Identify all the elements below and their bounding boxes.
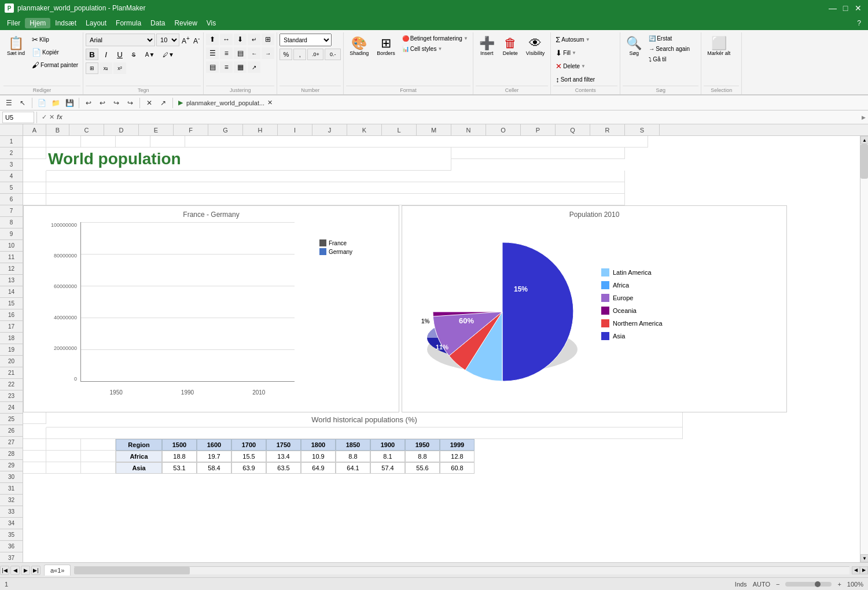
scrollbar-vertical[interactable]: ▲ ▼ (860, 136, 868, 562)
cell-asia-label[interactable]: Asia (116, 462, 162, 474)
row-header-6[interactable]: 6 (0, 194, 23, 205)
hscroll-thumb[interactable] (74, 567, 190, 574)
justify-center-btn[interactable]: ≡ (220, 61, 233, 73)
shading-button[interactable]: 🎨Shading (346, 34, 372, 59)
cell-asia-1999[interactable]: 60.8 (440, 462, 475, 474)
tab-nav-last[interactable]: ▶| (31, 566, 41, 575)
cell-a33[interactable] (23, 412, 46, 424)
hscroll-right-btn[interactable]: ▶ (860, 566, 868, 574)
align-bottom-btn[interactable]: ⬇ (234, 34, 247, 45)
cell-row3[interactable] (46, 171, 625, 182)
row-header-5[interactable]: 5 (0, 182, 23, 194)
cell-asia-1750[interactable]: 63.5 (266, 462, 301, 474)
formula-fx-icon[interactable]: fx (57, 113, 62, 121)
row-header-35[interactable]: 35 (0, 529, 23, 541)
formula-cross-icon[interactable]: ✕ (49, 113, 54, 121)
col-header-o[interactable]: O (486, 124, 521, 135)
tb-redo2-btn[interactable]: ↪ (124, 97, 137, 109)
decrease-font-btn[interactable]: A- (192, 35, 201, 45)
col-header-k[interactable]: K (347, 124, 382, 135)
cell-1500-header[interactable]: 1500 (162, 439, 197, 451)
indent-inc-btn[interactable]: → (262, 47, 274, 59)
cell-b35[interactable] (46, 439, 81, 451)
col-header-n[interactable]: N (451, 124, 486, 135)
col-header-r[interactable]: R (590, 124, 625, 135)
cell-1950-header[interactable]: 1950 (405, 439, 440, 451)
format-painter-button[interactable]: 🖌Format painter (30, 59, 80, 71)
menu-review[interactable]: Review (170, 18, 201, 28)
col-header-a[interactable]: A (23, 124, 46, 135)
formula-check-icon[interactable]: ✓ (42, 113, 47, 121)
cell-c35[interactable] (81, 439, 116, 451)
cell-styles-button[interactable]: 📊Cell styles▼ (400, 44, 470, 54)
row-header-21[interactable]: 21 (0, 367, 23, 379)
col-header-l[interactable]: L (382, 124, 417, 135)
menu-indsaet[interactable]: Indsæt (50, 18, 81, 28)
cell-asia-1500[interactable]: 53.1 (162, 462, 197, 474)
tab-nav-prev[interactable]: ◀ (10, 566, 20, 575)
scroll-track[interactable] (860, 144, 868, 554)
cell-1750-header[interactable]: 1750 (266, 439, 301, 451)
scroll-thumb[interactable] (860, 144, 868, 179)
percent-btn[interactable]: % (279, 49, 292, 60)
betinget-button[interactable]: 🔴Betinget formatering▼ (400, 34, 470, 43)
row-header-17[interactable]: 17 (0, 321, 23, 333)
cut-button[interactable]: ✂Klip (30, 34, 80, 46)
cell-a36[interactable] (23, 451, 46, 462)
row-header-33[interactable]: 33 (0, 506, 23, 518)
row-header-24[interactable]: 24 (0, 402, 23, 414)
col-header-d[interactable]: D (104, 124, 139, 135)
text-orientation-btn[interactable]: ↗ (248, 61, 260, 73)
formula-input[interactable] (65, 114, 862, 121)
tab-nav-first[interactable]: |◀ (0, 566, 9, 575)
cell-a2[interactable] (23, 148, 46, 159)
row-header-37[interactable]: 37 (0, 552, 23, 562)
visibility-button[interactable]: 👁Visibility (523, 34, 548, 59)
row-header-27[interactable]: 27 (0, 437, 23, 448)
search-again-button[interactable]: →Search again (646, 44, 692, 54)
align-left-btn[interactable]: ☰ (206, 47, 219, 59)
col-header-p[interactable]: P (521, 124, 556, 135)
cell-a5[interactable] (23, 194, 46, 205)
col-header-e[interactable]: E (139, 124, 174, 135)
cell-asia-1700[interactable]: 63.9 (231, 462, 266, 474)
cell-africa-1600[interactable]: 19.7 (197, 451, 231, 462)
col-header-m[interactable]: M (417, 124, 451, 135)
row-header-12[interactable]: 12 (0, 263, 23, 275)
align-right-btn[interactable]: ▤ (234, 47, 247, 59)
row-header-36[interactable]: 36 (0, 541, 23, 552)
cell-africa-1700[interactable]: 15.5 (231, 451, 266, 462)
cell-asia-1600[interactable]: 58.4 (197, 462, 231, 474)
menu-formula[interactable]: Formula (111, 18, 146, 28)
fill-button[interactable]: ⬇Fill▼ (553, 47, 579, 59)
col-header-q[interactable]: Q (556, 124, 590, 135)
scroll-up-btn[interactable]: ▲ (860, 136, 868, 144)
merge-cells-btn[interactable]: ⊞ (262, 34, 274, 45)
cell-b37[interactable] (46, 462, 81, 474)
superscript-btn[interactable]: x² (113, 62, 126, 74)
cell-b36[interactable] (46, 451, 81, 462)
cell-a3[interactable] (23, 171, 46, 182)
cell-d1[interactable] (116, 136, 150, 148)
row-header-2[interactable]: 2 (0, 148, 23, 159)
formula-expand-icon[interactable]: ▶ (862, 115, 866, 120)
row-header-25[interactable]: 25 (0, 414, 23, 425)
cell-c1[interactable] (81, 136, 116, 148)
tb-undo-btn[interactable]: ↩ (82, 97, 95, 109)
hscroll-left-btn[interactable]: ◀ (852, 566, 860, 574)
number-format-select[interactable]: Standard (279, 34, 332, 46)
align-top-btn[interactable]: ⬆ (206, 34, 219, 45)
subscript-btn[interactable]: x₂ (100, 62, 112, 74)
zoom-slider[interactable] (815, 581, 821, 587)
cell-a35[interactable] (23, 439, 46, 451)
row-header-11[interactable]: 11 (0, 252, 23, 263)
cell-asia-1950[interactable]: 55.6 (405, 462, 440, 474)
tb-menu-btn[interactable]: ☰ (2, 97, 15, 109)
help-icon[interactable]: ? (852, 18, 866, 28)
indent-dec-btn[interactable]: ← (248, 47, 260, 59)
cell-row4[interactable] (46, 182, 625, 194)
menu-layout[interactable]: Layout (81, 18, 111, 28)
cell-africa-1500[interactable]: 18.8 (162, 451, 197, 462)
cell-asia-1900[interactable]: 57.4 (370, 462, 405, 474)
row-header-14[interactable]: 14 (0, 286, 23, 298)
